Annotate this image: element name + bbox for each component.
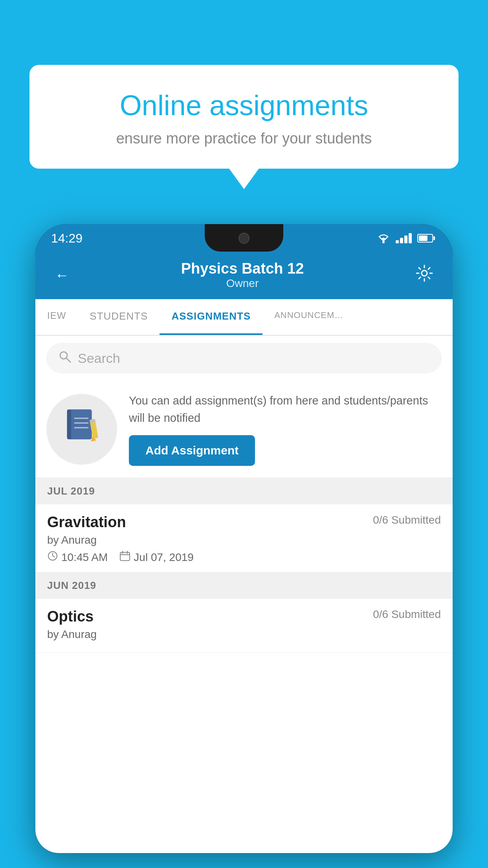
tab-iew[interactable]: IEW xyxy=(35,299,78,335)
assignment-item-gravitation[interactable]: Gravitation 0/6 Submitted by Anurag xyxy=(35,504,453,572)
signal-icon xyxy=(396,233,412,243)
phone-screen: 14:29 xyxy=(35,224,453,853)
header-title-block: Physics Batch 12 Owner xyxy=(73,260,412,290)
notebook-icon xyxy=(63,406,101,452)
svg-rect-5 xyxy=(67,410,71,439)
back-button[interactable]: ← xyxy=(51,263,73,287)
assignment-meta-gravitation: 10:45 AM Jul 07, 201 xyxy=(47,550,441,564)
assignment-title-gravitation: Gravitation xyxy=(47,514,126,531)
speech-bubble-subtitle: ensure more practice for your students xyxy=(57,130,431,147)
section-header-jul: JUL 2019 xyxy=(35,478,453,504)
phone-outer: 14:29 xyxy=(35,224,453,853)
section-header-jun: JUN 2019 xyxy=(35,572,453,599)
add-assignment-button[interactable]: Add Assignment xyxy=(129,435,255,466)
promo-text-block: You can add assignment(s) from here and … xyxy=(129,392,442,466)
time-text-gravitation: 10:45 AM xyxy=(61,551,108,564)
svg-rect-15 xyxy=(120,552,130,561)
batch-title: Physics Batch 12 xyxy=(73,260,412,277)
assignment-submitted-optics: 0/6 Submitted xyxy=(373,608,441,621)
date-text-gravitation: Jul 07, 2019 xyxy=(134,551,194,564)
tabs-bar: IEW STUDENTS ASSIGNMENTS ANNOUNCEM… xyxy=(35,299,453,336)
phone-device: 14:29 xyxy=(35,224,453,868)
calendar-icon xyxy=(119,550,130,564)
speech-bubble-container: Online assignments ensure more practice … xyxy=(29,65,459,169)
speech-bubble-title: Online assignments xyxy=(57,88,431,122)
add-assignment-promo: You can add assignment(s) from here and … xyxy=(35,381,453,478)
assignment-by-gravitation: by Anurag xyxy=(47,534,441,546)
front-camera xyxy=(238,233,250,244)
search-container: Search xyxy=(35,336,453,381)
status-icons xyxy=(377,233,433,243)
assignment-item-optics[interactable]: Optics 0/6 Submitted by Anurag xyxy=(35,599,453,653)
svg-point-1 xyxy=(422,270,427,276)
search-icon xyxy=(58,350,72,366)
clock-icon xyxy=(47,550,58,564)
assignment-top-row: Gravitation 0/6 Submitted xyxy=(47,514,441,531)
assignment-time-gravitation: 10:45 AM xyxy=(47,550,108,564)
promo-icon-circle xyxy=(46,394,117,465)
assignment-submitted-gravitation: 0/6 Submitted xyxy=(373,514,441,526)
speech-bubble: Online assignments ensure more practice … xyxy=(29,65,459,169)
settings-button[interactable] xyxy=(412,261,437,289)
assignment-date-gravitation: Jul 07, 2019 xyxy=(119,550,194,564)
wifi-icon xyxy=(377,233,390,243)
tab-announcements[interactable]: ANNOUNCEM… xyxy=(262,299,355,335)
app-header: ← Physics Batch 12 Owner xyxy=(35,252,453,299)
battery-icon xyxy=(417,234,433,243)
assignment-top-row-optics: Optics 0/6 Submitted xyxy=(47,608,441,625)
phone-notch xyxy=(205,224,283,252)
status-time: 14:29 xyxy=(51,231,83,246)
assignment-by-optics: by Anurag xyxy=(47,628,441,641)
tab-students[interactable]: STUDENTS xyxy=(78,299,160,335)
screen-content: Search xyxy=(35,336,453,853)
tab-assignments[interactable]: ASSIGNMENTS xyxy=(160,299,262,335)
promo-description: You can add assignment(s) from here and … xyxy=(129,392,442,427)
search-bar[interactable]: Search xyxy=(46,343,442,373)
svg-line-3 xyxy=(66,358,70,362)
assignment-title-optics: Optics xyxy=(47,608,94,625)
search-input[interactable]: Search xyxy=(78,351,430,366)
svg-point-0 xyxy=(382,241,385,243)
batch-role: Owner xyxy=(73,277,412,290)
svg-line-14 xyxy=(53,556,55,557)
